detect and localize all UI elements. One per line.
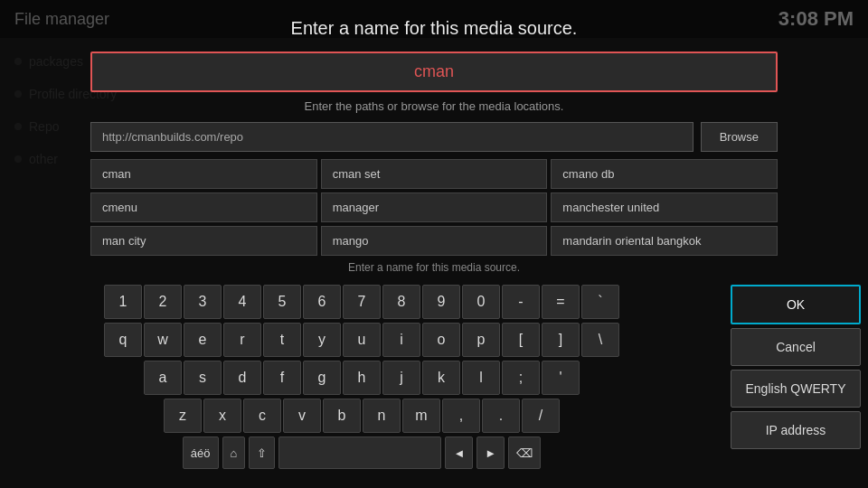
key-6[interactable]: 6 (303, 285, 341, 319)
key-slash[interactable]: / (522, 399, 560, 433)
suggestion-mango[interactable]: mango (321, 226, 548, 256)
browse-button[interactable]: Browse (701, 122, 778, 152)
keyboard-row-numbers: 1 2 3 4 5 6 7 8 9 0 - = ` (9, 285, 714, 319)
key-8[interactable]: 8 (382, 285, 420, 319)
key-j[interactable]: j (382, 361, 420, 395)
key-x[interactable]: x (203, 399, 241, 433)
path-input[interactable]: http://cmanbuilds.com/repo (90, 122, 693, 152)
key-w[interactable]: w (144, 323, 182, 357)
key-semicolon[interactable]: ; (502, 361, 540, 395)
name-input-container[interactable]: cman (90, 52, 778, 92)
key-spacebar[interactable] (278, 436, 441, 469)
key-1[interactable]: 1 (104, 285, 142, 319)
suggestion-cmano-db[interactable]: cmano db (551, 159, 778, 189)
key-y[interactable]: y (303, 323, 341, 357)
dialog-subtitle: Enter the paths or browse for the media … (305, 99, 564, 113)
key-2[interactable]: 2 (144, 285, 182, 319)
key-p[interactable]: p (462, 323, 500, 357)
suggestions-grid: cman cman set cmano db cmenu manager man… (90, 159, 778, 256)
key-c[interactable]: c (243, 399, 281, 433)
key-3[interactable]: 3 (184, 285, 222, 319)
key-z[interactable]: z (164, 399, 202, 433)
key-m[interactable]: m (402, 399, 440, 433)
suggestion-mandarin[interactable]: mandarin oriental bangkok (551, 226, 778, 256)
key-g[interactable]: g (303, 361, 341, 395)
suggestion-manchester-united[interactable]: manchester united (551, 192, 778, 222)
key-period[interactable]: . (482, 399, 520, 433)
keyboard-area: 1 2 3 4 5 6 7 8 9 0 - = ` q w e r t (0, 279, 868, 474)
key-h[interactable]: h (343, 361, 381, 395)
ok-button[interactable]: OK (731, 285, 861, 324)
keyboard-row-qwerty: q w e r t y u i o p [ ] \ (9, 323, 714, 357)
key-f[interactable]: f (263, 361, 301, 395)
key-u[interactable]: u (343, 323, 381, 357)
key-left-arrow[interactable]: ◄ (445, 436, 473, 469)
right-buttons-panel: OK Cancel English QWERTY IP address (723, 279, 868, 474)
modal-overlay: Enter a name for this media source. cman… (0, 0, 868, 488)
key-r[interactable]: r (223, 323, 261, 357)
keyboard-bottom-row: áéö ⌂ ⇧ ◄ ► ⌫ (9, 436, 714, 469)
ip-address-button[interactable]: IP address (731, 411, 861, 449)
cancel-button[interactable]: Cancel (731, 328, 861, 366)
key-d[interactable]: d (223, 361, 261, 395)
key-5[interactable]: 5 (263, 285, 301, 319)
suggestion-man-city[interactable]: man city (90, 226, 317, 256)
suggestion-cman[interactable]: cman (90, 159, 317, 189)
key-7[interactable]: 7 (343, 285, 381, 319)
key-s[interactable]: s (184, 361, 222, 395)
key-accents[interactable]: áéö (183, 436, 219, 469)
keyboard: 1 2 3 4 5 6 7 8 9 0 - = ` q w e r t (0, 279, 723, 474)
key-rbracket[interactable]: ] (542, 323, 580, 357)
keyboard-row-asdf: a s d f g h j k l ; ' (9, 361, 714, 395)
keyboard-layout-button[interactable]: English QWERTY (731, 370, 861, 408)
key-home[interactable]: ⌂ (222, 436, 246, 469)
path-row: http://cmanbuilds.com/repo Browse (90, 122, 778, 152)
key-k[interactable]: k (422, 361, 460, 395)
key-4[interactable]: 4 (223, 285, 261, 319)
key-e[interactable]: e (184, 323, 222, 357)
key-q[interactable]: q (104, 323, 142, 357)
key-backtick[interactable]: ` (581, 285, 619, 319)
key-quote[interactable]: ' (542, 361, 580, 395)
small-subtitle: Enter a name for this media source. (348, 261, 520, 274)
key-backspace[interactable]: ⌫ (508, 436, 541, 469)
key-minus[interactable]: - (502, 285, 540, 319)
key-i[interactable]: i (382, 323, 420, 357)
key-t[interactable]: t (263, 323, 301, 357)
key-a[interactable]: a (144, 361, 182, 395)
key-lbracket[interactable]: [ (502, 323, 540, 357)
name-input-value: cman (107, 62, 761, 81)
key-comma[interactable]: , (442, 399, 480, 433)
key-v[interactable]: v (283, 399, 321, 433)
key-shift[interactable]: ⇧ (249, 436, 275, 469)
suggestion-cman-set[interactable]: cman set (321, 159, 548, 189)
key-0[interactable]: 0 (462, 285, 500, 319)
key-backslash[interactable]: \ (581, 323, 619, 357)
keyboard-row-zxcv: z x c v b n m , . / (9, 399, 714, 433)
suggestion-manager[interactable]: manager (321, 192, 548, 222)
suggestion-cmenu[interactable]: cmenu (90, 192, 317, 222)
key-9[interactable]: 9 (422, 285, 460, 319)
key-right-arrow[interactable]: ► (476, 436, 505, 469)
key-l[interactable]: l (462, 361, 500, 395)
key-equals[interactable]: = (542, 285, 580, 319)
key-b[interactable]: b (323, 399, 361, 433)
key-n[interactable]: n (363, 399, 401, 433)
key-o[interactable]: o (422, 323, 460, 357)
dialog-title: Enter a name for this media source. (291, 18, 578, 39)
